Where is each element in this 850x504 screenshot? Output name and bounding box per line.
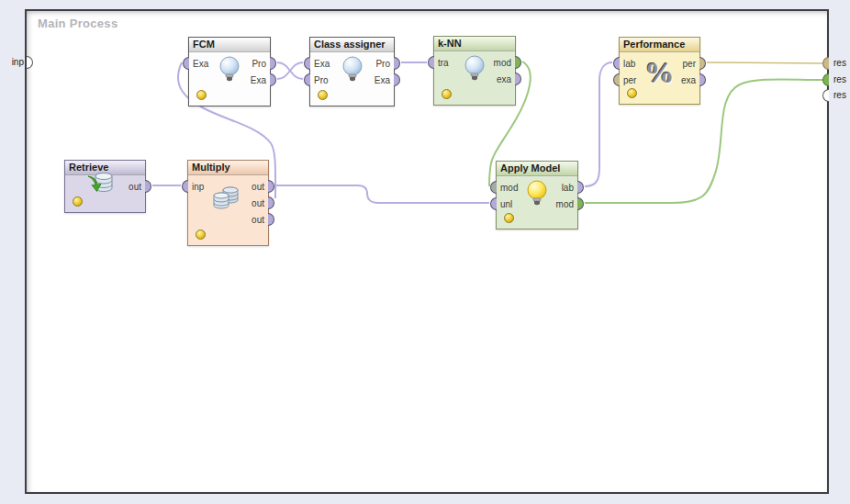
port-connector[interactable] <box>394 73 400 86</box>
port-connector[interactable] <box>577 181 584 194</box>
port-connector[interactable] <box>145 180 151 193</box>
knn-output-mod[interactable]: mod <box>491 56 521 69</box>
port-label: Exa <box>251 75 266 85</box>
process-result-port-2[interactable] <box>822 73 829 86</box>
port-label: exa <box>497 74 511 84</box>
performance-output-exa[interactable]: exa <box>678 73 706 86</box>
process-result-label-3: res <box>833 90 846 100</box>
lightbulb-yellow-icon <box>525 179 549 214</box>
port-connector[interactable] <box>428 56 434 69</box>
connection-performance-res1[interactable] <box>707 62 822 63</box>
process-result-port-3[interactable] <box>822 89 829 102</box>
process-editor: Main Process inp res res res FCM Exa Pro… <box>0 0 850 504</box>
port-label: Pro <box>314 75 329 85</box>
port-connector[interactable] <box>515 56 521 69</box>
port-label: Exa <box>193 59 208 69</box>
port-label: tra <box>438 58 449 68</box>
port-connector[interactable] <box>490 181 497 194</box>
fcm-input-exa[interactable]: Exa <box>183 57 211 70</box>
lightbulb-icon <box>463 54 487 89</box>
status-indicator <box>73 196 83 207</box>
operator-performance[interactable]: Performance lab per per exa % <box>619 37 700 105</box>
port-label: mod <box>500 183 518 193</box>
status-indicator <box>442 89 452 99</box>
operator-class-assigner[interactable]: Class assigner Exa Pro Pro Exa <box>309 37 395 106</box>
port-connector[interactable] <box>515 73 521 85</box>
port-connector[interactable] <box>268 180 274 193</box>
multiply-output-out1[interactable]: out <box>249 180 274 193</box>
port-label: out <box>252 215 264 225</box>
operator-multiply-titlebar[interactable]: Multiply <box>188 161 268 175</box>
port-connector[interactable] <box>613 57 620 70</box>
port-connector[interactable] <box>268 213 274 226</box>
status-indicator <box>196 90 207 100</box>
operator-name: k-NN <box>438 38 462 49</box>
fcm-output-pro[interactable]: Pro <box>249 57 276 70</box>
lightbulb-icon <box>218 55 241 90</box>
knn-input-tra[interactable]: tra <box>428 56 452 69</box>
multiply-output-out2[interactable]: out <box>249 196 274 209</box>
classassigner-input-exa[interactable]: Exa <box>304 57 332 70</box>
operator-name: Apply Model <box>500 162 560 174</box>
classassigner-input-pro[interactable]: Pro <box>304 73 331 86</box>
port-label: Exa <box>375 75 390 85</box>
port-connector[interactable] <box>490 197 497 210</box>
port-connector[interactable] <box>270 57 276 70</box>
applymodel-input-mod[interactable]: mod <box>490 181 520 194</box>
port-label: per <box>683 59 696 69</box>
port-label: out <box>129 182 141 192</box>
port-connector[interactable] <box>270 73 276 86</box>
process-result-label-1: res <box>833 58 846 68</box>
performance-output-per[interactable]: per <box>680 57 706 70</box>
port-connector[interactable] <box>699 57 706 70</box>
port-label: Pro <box>252 59 266 69</box>
classassigner-output-pro[interactable]: Pro <box>373 57 400 70</box>
performance-input-lab[interactable]: lab <box>613 57 638 70</box>
applymodel-input-unl[interactable]: unl <box>490 197 515 210</box>
status-indicator <box>627 88 637 98</box>
retrieve-output-out[interactable]: out <box>126 180 151 193</box>
operator-fcm[interactable]: FCM Exa Pro Exa <box>188 37 271 106</box>
port-connector[interactable] <box>304 57 310 70</box>
port-connector[interactable] <box>613 73 620 86</box>
classassigner-output-exa[interactable]: Exa <box>372 73 400 86</box>
applymodel-output-mod[interactable]: mod <box>554 197 584 210</box>
process-result-port-1[interactable] <box>822 57 829 70</box>
operator-class-assigner-titlebar[interactable]: Class assigner <box>310 38 394 52</box>
process-canvas[interactable]: Main Process <box>25 9 829 494</box>
lightbulb-icon <box>341 55 364 90</box>
multiply-input-inp[interactable]: inp <box>182 180 207 193</box>
status-indicator <box>318 90 328 100</box>
port-label: per <box>623 75 636 85</box>
operator-name: Multiply <box>192 162 230 173</box>
knn-output-exa[interactable]: exa <box>494 73 521 85</box>
operator-apply-model-titlebar[interactable]: Apply Model <box>497 162 577 176</box>
port-label: mod <box>556 199 574 209</box>
port-label: exa <box>681 75 696 85</box>
port-label: mod <box>494 58 511 68</box>
port-connector[interactable] <box>394 57 400 70</box>
port-connector[interactable] <box>577 197 584 210</box>
performance-input-per[interactable]: per <box>613 73 639 86</box>
port-connector[interactable] <box>699 73 706 86</box>
operator-performance-titlebar[interactable]: Performance <box>620 38 699 52</box>
operator-multiply[interactable]: Multiply inp out out out <box>187 160 269 246</box>
applymodel-output-lab[interactable]: lab <box>559 181 584 194</box>
port-connector[interactable] <box>268 196 274 209</box>
port-connector[interactable] <box>304 73 310 86</box>
fcm-output-exa[interactable]: Exa <box>248 73 276 86</box>
status-indicator <box>196 230 206 240</box>
operator-name: Class assigner <box>314 39 386 50</box>
operator-retrieve[interactable]: Retrieve out <box>64 160 146 213</box>
port-connector[interactable] <box>182 180 188 193</box>
operator-knn[interactable]: k-NN tra mod exa <box>433 36 516 106</box>
port-label: out <box>252 182 264 192</box>
port-label: inp <box>192 182 204 192</box>
multiply-output-out3[interactable]: out <box>249 213 274 226</box>
port-label: Pro <box>375 59 390 69</box>
process-result-label-2: res <box>833 74 846 84</box>
operator-fcm-titlebar[interactable]: FCM <box>189 38 270 52</box>
operator-apply-model[interactable]: Apply Model mod unl lab mod <box>496 161 578 230</box>
port-connector[interactable] <box>183 57 189 70</box>
operator-knn-titlebar[interactable]: k-NN <box>434 37 515 51</box>
